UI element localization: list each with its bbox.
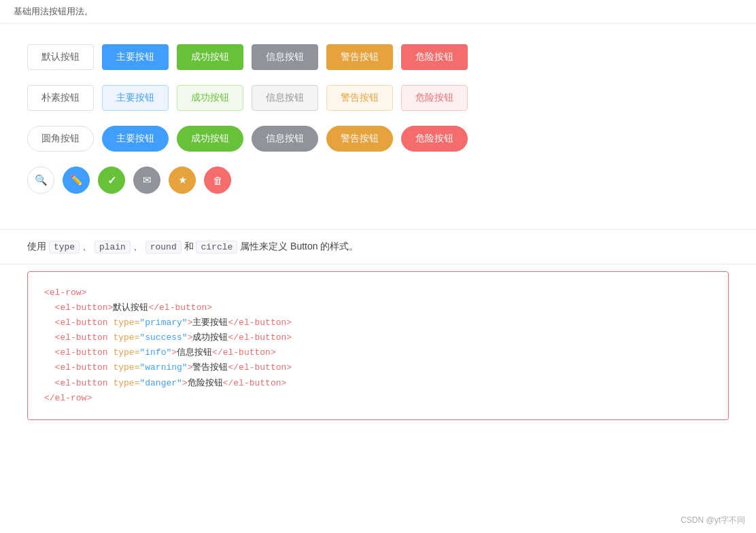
demo-section: 默认按钮 主要按钮 成功按钮 信息按钮 警告按钮 危险按钮 朴素按钮 主要按钮 … (0, 24, 756, 229)
description-box: 使用 type 、 plain 、 round 和 circle 属性来定义 B… (0, 229, 756, 264)
code-line-7: <el-button type="danger">危险按钮</el-button… (44, 376, 712, 391)
btn-round-warning[interactable]: 警告按钮 (326, 126, 393, 152)
type-code: type (49, 241, 80, 254)
btn-info[interactable]: 信息按钮 (252, 44, 318, 70)
desc-text-after: 属性来定义 Button 的样式。 (240, 241, 358, 252)
btn-plain-primary[interactable]: 主要按钮 (102, 85, 169, 111)
code-block: <el-row> <el-button>默认按钮</el-button> <el… (27, 271, 729, 420)
btn-round-default[interactable]: 圆角按钮 (27, 126, 94, 152)
circle-code: circle (196, 241, 237, 254)
btn-circle-mail[interactable]: ✉ (133, 167, 160, 194)
code-line-4: <el-button type="success">成功按钮</el-butto… (44, 330, 712, 345)
code-line-6: <el-button type="warning">警告按钮</el-butto… (44, 360, 712, 375)
button-row-2-plain: 朴素按钮 主要按钮 成功按钮 信息按钮 警告按钮 危险按钮 (27, 85, 729, 111)
btn-primary[interactable]: 主要按钮 (102, 44, 169, 70)
round-code: round (145, 241, 182, 254)
code-tag-el-button-1: <el-button> (55, 303, 114, 313)
page-wrapper: 基础用法按钮用法。 默认按钮 主要按钮 成功按钮 信息按钮 警告按钮 危险按钮 … (0, 0, 756, 533)
code-text-1: 默认按钮 (113, 303, 148, 313)
btn-plain-info[interactable]: 信息按钮 (252, 85, 318, 111)
edit-icon: ✏️ (70, 174, 83, 186)
desc-text-before: 使用 (27, 241, 49, 252)
btn-circle-delete[interactable]: 🗑 (204, 167, 231, 194)
button-row-1: 默认按钮 主要按钮 成功按钮 信息按钮 警告按钮 危险按钮 (27, 44, 729, 70)
button-row-3-round: 圆角按钮 主要按钮 成功按钮 信息按钮 警告按钮 危险按钮 (27, 126, 729, 152)
btn-plain-success[interactable]: 成功按钮 (177, 85, 243, 111)
btn-success[interactable]: 成功按钮 (177, 44, 243, 70)
btn-round-danger[interactable]: 危险按钮 (401, 126, 468, 152)
code-line-1: <el-row> (44, 286, 712, 300)
btn-warning[interactable]: 警告按钮 (326, 44, 393, 70)
btn-circle-star[interactable]: ★ (169, 167, 196, 194)
btn-circle-edit[interactable]: ✏️ (63, 167, 90, 194)
top-note: 基础用法按钮用法。 (0, 0, 756, 24)
btn-circle-search[interactable]: 🔍 (27, 167, 54, 194)
search-icon: 🔍 (35, 174, 48, 186)
btn-plain-default[interactable]: 朴素按钮 (27, 85, 94, 111)
desc-sep2: 、 (133, 241, 143, 252)
top-note-text: 基础用法按钮用法。 (14, 6, 93, 16)
mail-icon: ✉ (143, 174, 152, 186)
btn-round-info[interactable]: 信息按钮 (252, 126, 318, 152)
watermark: CSDN @yt字不同 (681, 515, 745, 526)
btn-default[interactable]: 默认按钮 (27, 44, 94, 70)
desc-sep1: 、 (82, 241, 92, 252)
button-row-4-circle: 🔍 ✏️ ✓ ✉ ★ 🗑 (27, 167, 729, 194)
code-line-5: <el-button type="info">信息按钮</el-button> (44, 345, 712, 360)
check-icon: ✓ (107, 174, 116, 187)
btn-round-success[interactable]: 成功按钮 (177, 126, 243, 152)
code-line-2: <el-button>默认按钮</el-button> (44, 300, 712, 315)
plain-code: plain (94, 241, 131, 254)
star-icon: ★ (178, 174, 187, 186)
delete-icon: 🗑 (213, 175, 223, 186)
desc-text-middle: 和 (184, 241, 196, 252)
code-tag-el-row-open: <el-row> (44, 288, 86, 298)
btn-plain-danger[interactable]: 危险按钮 (401, 85, 468, 111)
btn-danger[interactable]: 危险按钮 (401, 44, 468, 70)
btn-circle-check[interactable]: ✓ (98, 167, 125, 194)
code-line-8: </el-row> (44, 391, 712, 406)
code-line-3: <el-button type="primary">主要按钮</el-butto… (44, 315, 712, 330)
btn-round-primary[interactable]: 主要按钮 (102, 126, 169, 152)
btn-plain-warning[interactable]: 警告按钮 (326, 85, 393, 111)
